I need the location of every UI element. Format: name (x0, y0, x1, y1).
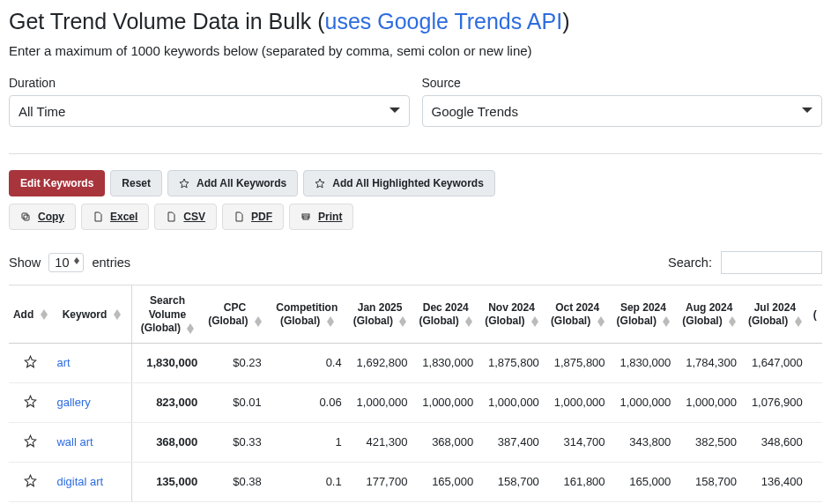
cell: 1,076,900 (742, 382, 808, 422)
excel-button[interactable]: Excel (81, 204, 149, 230)
column-header[interactable]: Search Volume (Global) (131, 285, 203, 343)
cell: 0.4 (267, 343, 347, 382)
star-icon (179, 178, 189, 189)
cell: 421,300 (347, 422, 413, 462)
edit-keywords-button[interactable]: Edit Keywords (9, 170, 105, 196)
column-header[interactable]: Sep 2024 (Global) (611, 285, 677, 343)
add-all-keywords-button[interactable]: Add All Keywords (167, 170, 298, 196)
pdf-label: PDF (251, 211, 272, 223)
cell: 382,500 (676, 422, 742, 462)
add-star-button[interactable] (24, 477, 37, 490)
cell: 1,000,000 (676, 382, 742, 422)
cell: $0.33 (203, 422, 267, 462)
file-icon (93, 211, 103, 222)
subtitle: Enter a maximum of 1000 keywords below (… (9, 43, 822, 58)
cell: 1,784,300 (676, 343, 742, 382)
cell: 348,600 (742, 422, 808, 462)
keyword-link[interactable]: gallery (56, 396, 90, 409)
column-header[interactable]: Jul 2024 (Global) (742, 285, 808, 343)
add-all-highlighted-button[interactable]: Add All Highlighted Keywords (303, 170, 495, 196)
duration-label: Duration (9, 76, 410, 90)
print-label: Print (318, 211, 342, 223)
cell: 314,700 (545, 422, 611, 462)
file-icon (234, 211, 244, 222)
column-header[interactable]: Nov 2024 (Global) (479, 285, 545, 343)
add-all-highlighted-label: Add All Highlighted Keywords (332, 177, 484, 189)
column-header[interactable]: Add (9, 285, 51, 343)
cell: 158,700 (479, 462, 545, 501)
cell: 165,000 (412, 462, 479, 501)
column-header[interactable]: Jan 2025 (Global) (347, 285, 413, 343)
column-header[interactable]: Aug 2024 (Global) (676, 285, 742, 343)
cell: 0.1 (267, 462, 347, 501)
source-label: Source (422, 76, 823, 90)
entries-suffix: entries (92, 256, 130, 270)
cell: 177,700 (347, 462, 413, 501)
chevron-down-icon (388, 104, 402, 118)
table-row: digital art135,000$0.380.1177,700165,000… (9, 462, 822, 501)
cell: 136,400 (742, 462, 808, 501)
add-star-button[interactable] (24, 437, 37, 450)
cell: 1,000,000 (347, 382, 413, 422)
file-icon (166, 211, 176, 222)
table-row: art1,830,000$0.230.41,692,8001,830,0001,… (9, 343, 822, 382)
cell: 1,692,800 (347, 343, 413, 382)
pdf-button[interactable]: PDF (222, 204, 284, 230)
entries-control: Show 10 entries (9, 253, 130, 272)
cell: 1,830,000 (412, 343, 479, 382)
reset-button[interactable]: Reset (110, 170, 162, 196)
cell: 1,875,800 (545, 343, 611, 382)
show-label: Show (9, 256, 41, 270)
print-icon (300, 211, 311, 222)
svg-rect-1 (22, 213, 27, 219)
copy-icon (20, 211, 31, 222)
cell: 1,000,000 (611, 382, 677, 422)
search-input[interactable] (721, 251, 822, 274)
column-header[interactable]: Competition (Global) (267, 285, 347, 343)
cell: 387,400 (479, 422, 545, 462)
cell: $0.01 (203, 382, 267, 422)
chevron-down-icon (800, 104, 814, 118)
add-star-button[interactable] (24, 397, 37, 411)
cell: $0.38 (203, 462, 267, 501)
column-header[interactable]: Dec 2024 (Global) (412, 285, 479, 343)
column-header[interactable]: CPC (Global) (203, 285, 267, 343)
add-star-button[interactable] (24, 358, 37, 371)
title-link[interactable]: uses Google Trends API (325, 9, 563, 33)
keyword-link[interactable]: digital art (56, 475, 103, 488)
cell: 158,700 (676, 462, 742, 501)
source-select[interactable]: Google Trends (422, 95, 823, 127)
cell (808, 462, 822, 501)
duration-select[interactable]: All Time (9, 95, 410, 127)
keyword-link[interactable]: wall art (56, 435, 93, 448)
page-title: Get Trend Volume Data in Bulk (uses Goog… (9, 9, 822, 34)
copy-button[interactable]: Copy (9, 204, 76, 230)
keyword-link[interactable]: art (56, 356, 70, 369)
column-header-overflow: ( (808, 285, 822, 343)
cell: 368,000 (131, 422, 203, 462)
cell: 1,647,000 (742, 343, 808, 382)
csv-button[interactable]: CSV (154, 204, 217, 230)
cell: 1,000,000 (412, 382, 479, 422)
table-row: wall art368,000$0.331421,300368,000387,4… (9, 422, 822, 462)
duration-value: All Time (19, 104, 65, 119)
excel-label: Excel (110, 211, 137, 223)
cell (808, 343, 822, 382)
column-header[interactable]: Oct 2024 (Global) (545, 285, 611, 343)
cell: 1 (267, 422, 347, 462)
svg-rect-0 (24, 215, 29, 220)
cell: 165,000 (611, 462, 677, 501)
cell: 161,800 (545, 462, 611, 501)
table-row: gallery823,000$0.010.061,000,0001,000,00… (9, 382, 822, 422)
search-control: Search: (668, 251, 822, 274)
cell: 1,000,000 (545, 382, 611, 422)
cell: 343,800 (611, 422, 677, 462)
results-table: Add Keyword Search Volume (Global) CPC (… (9, 285, 822, 502)
source-value: Google Trends (432, 104, 518, 119)
entries-select[interactable]: 10 (48, 253, 84, 272)
cell: 1,830,000 (131, 343, 203, 382)
cell: 823,000 (131, 382, 203, 422)
cell: 1,000,000 (479, 382, 545, 422)
column-header[interactable]: Keyword (51, 285, 131, 343)
print-button[interactable]: Print (289, 204, 353, 230)
